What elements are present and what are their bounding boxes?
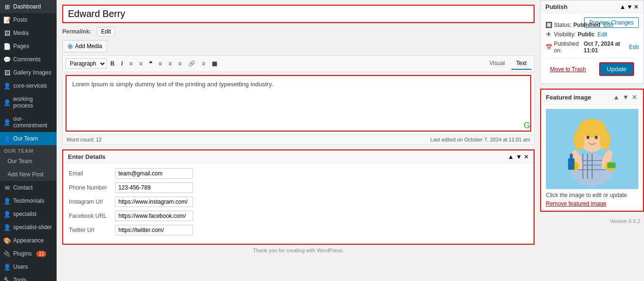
- status-row: 🔲 Status: Published Edit: [545, 20, 584, 30]
- ol-button[interactable]: ≡: [126, 59, 135, 68]
- sidebar-submenu-our-team: Our Team Our Team Add New Post: [0, 145, 57, 181]
- editor-text: Lorem Ipsum is simply dummy text of the …: [72, 81, 273, 88]
- align-center-button[interactable]: ≡: [166, 59, 175, 68]
- permalink-edit-button[interactable]: Edit: [97, 27, 115, 36]
- published-edit-link[interactable]: Edit: [629, 44, 639, 50]
- sidebar-item-media[interactable]: 🖼 Media: [0, 26, 57, 40]
- sidebar-item-label: Dashboard: [13, 3, 41, 10]
- meta-box-collapse-up[interactable]: ▲: [508, 153, 514, 160]
- publish-collapse-up[interactable]: ▲: [619, 3, 626, 10]
- sidebar-item-gallery-images[interactable]: 🖼 Gallery Images: [0, 66, 57, 79]
- sidebar-item-specialist[interactable]: 👤 specialist: [0, 207, 57, 221]
- format-select[interactable]: Paragraph: [66, 58, 107, 69]
- sidebar-item-label: Contact: [13, 184, 33, 191]
- add-media-wrapper: ⊕ Add Media: [62, 40, 535, 52]
- meta-box-header[interactable]: Enter Details ▲ ▼ ✕: [63, 150, 534, 164]
- sidebar-item-pages[interactable]: 📄 Pages: [0, 40, 57, 53]
- align-right-button[interactable]: ≡: [176, 59, 184, 68]
- meta-field-instagram: Instagram Url: [69, 197, 528, 207]
- featured-image-collapse-down[interactable]: ▼: [621, 93, 630, 101]
- phone-input[interactable]: [115, 182, 193, 193]
- sidebar-item-specialist-slider[interactable]: 👤 specialist-slider: [0, 221, 57, 234]
- sidebar-item-posts[interactable]: 📝 Posts: [0, 13, 57, 26]
- svg-rect-18: [568, 158, 575, 170]
- featured-image-close[interactable]: ✕: [631, 93, 638, 101]
- facebook-input[interactable]: [115, 211, 193, 221]
- remove-featured-image-link[interactable]: Remove featured image: [546, 200, 606, 207]
- sidebar: ⊞ Dashboard 📝 Posts 🖼 Media 📄 Pages 💬 Co…: [0, 0, 57, 281]
- add-media-button[interactable]: ⊕ Add Media: [62, 40, 107, 52]
- twitter-input[interactable]: [115, 225, 193, 235]
- indent-button[interactable]: ≡: [199, 59, 208, 68]
- featured-image-panel: Featured image ▲ ▼ ✕: [540, 89, 644, 212]
- editor-content[interactable]: Lorem Ipsum is simply dummy text of the …: [66, 75, 531, 132]
- meta-field-email: Email: [69, 168, 528, 179]
- sidebar-submenu-all-posts[interactable]: Our Team: [0, 155, 57, 168]
- version-text: Version 6.6.2: [540, 216, 644, 226]
- sidebar-item-tools[interactable]: 🔧 Tools: [0, 273, 57, 281]
- sidebar-item-appearance[interactable]: 🎨 Appearance: [0, 234, 57, 247]
- sidebar-item-our-commintment[interactable]: 👤 our-commintment: [0, 112, 57, 132]
- right-panel: Publish ▲ ▼ ✕ Preview Changes 🔲 Status: …: [540, 0, 644, 281]
- wp-footer: Thank you for creating with WordPress.: [62, 245, 535, 256]
- tab-visual[interactable]: Visual: [485, 58, 510, 70]
- sidebar-item-testimonials[interactable]: 👤 Testimonials: [0, 194, 57, 207]
- published-on-row: 📅 Published on: Oct 7, 2024 at 11:01 Edi…: [545, 39, 639, 55]
- dashboard-icon: ⊞: [4, 3, 10, 10]
- sidebar-item-label: Plugins: [13, 250, 32, 257]
- grammarly-icon[interactable]: G: [524, 121, 530, 131]
- meta-box-controls: ▲ ▼ ✕: [508, 153, 529, 160]
- publish-close[interactable]: ✕: [634, 3, 639, 10]
- featured-image-collapse-up[interactable]: ▲: [612, 93, 620, 101]
- update-button[interactable]: Update: [599, 62, 634, 76]
- tab-text[interactable]: Text: [511, 58, 531, 70]
- word-count-bar: Word count: 12 Last edited on October 7,…: [62, 135, 535, 145]
- instagram-label: Instagram Url: [69, 198, 111, 205]
- link-button[interactable]: 🔗: [185, 59, 198, 68]
- specialist-icon: 👤: [4, 211, 10, 217]
- svg-rect-19: [570, 154, 573, 159]
- featured-image-thumbnail[interactable]: [546, 109, 638, 189]
- visibility-icon: 👁: [545, 31, 552, 38]
- testimonials-icon: 👤: [4, 198, 10, 204]
- plugins-badge: 11: [36, 251, 46, 257]
- visibility-edit-link[interactable]: Edit: [597, 31, 607, 38]
- sidebar-item-working-process[interactable]: 👤 working process: [0, 92, 57, 112]
- svg-point-13: [595, 136, 598, 139]
- add-media-icon: ⊕: [67, 42, 73, 50]
- our-team-icon: 👤: [4, 135, 10, 142]
- last-edited: Last edited on October 7, 2024 at 11:01 …: [430, 137, 530, 142]
- post-title-input[interactable]: [62, 5, 535, 23]
- sidebar-item-contact[interactable]: ✉ Contact: [0, 181, 57, 194]
- table-button[interactable]: ▦: [209, 59, 220, 68]
- calendar-icon: 📅: [545, 44, 552, 50]
- sidebar-item-users[interactable]: 👤 Users: [0, 260, 57, 273]
- ul-button[interactable]: ≡: [136, 59, 145, 68]
- meta-box-close[interactable]: ✕: [524, 153, 529, 160]
- users-icon: 👤: [4, 264, 10, 270]
- publish-collapse-down[interactable]: ▼: [627, 3, 633, 10]
- sidebar-item-comments[interactable]: 💬 Comments: [0, 53, 57, 66]
- instagram-input[interactable]: [115, 197, 193, 207]
- sidebar-item-label: Users: [13, 264, 28, 270]
- email-input[interactable]: [115, 168, 193, 179]
- sidebar-submenu-add-new[interactable]: Add New Post: [0, 168, 57, 181]
- twitter-label: Twitter Url: [69, 227, 111, 233]
- align-left-button[interactable]: ≡: [156, 59, 165, 68]
- status-edit-link[interactable]: Edit: [603, 22, 613, 28]
- toolbar-left: Paragraph B I ≡ ≡ ❝ ≡ ≡ ≡ 🔗 ≡ ▦: [63, 57, 223, 71]
- sidebar-item-dashboard[interactable]: ⊞ Dashboard: [0, 0, 57, 13]
- move-to-trash-link[interactable]: Move to Trash: [550, 66, 586, 73]
- sidebar-item-our-team[interactable]: 👤 Our Team: [0, 132, 57, 145]
- status-label: Status:: [554, 22, 571, 28]
- featured-image-body: Click the image to edit or update Remove…: [541, 105, 643, 211]
- italic-button[interactable]: I: [118, 59, 125, 68]
- specialist-slider-icon: 👤: [4, 224, 10, 231]
- bold-button[interactable]: B: [108, 59, 117, 68]
- published-label: Published on:: [554, 41, 582, 54]
- meta-box-collapse-down[interactable]: ▼: [516, 153, 522, 160]
- wp-footer-text: Thank you for creating with WordPress.: [253, 248, 343, 253]
- sidebar-item-core-services[interactable]: 👤 core-services: [0, 79, 57, 92]
- blockquote-button[interactable]: ❝: [146, 59, 155, 68]
- sidebar-item-plugins[interactable]: 🔌 Plugins 11: [0, 247, 57, 260]
